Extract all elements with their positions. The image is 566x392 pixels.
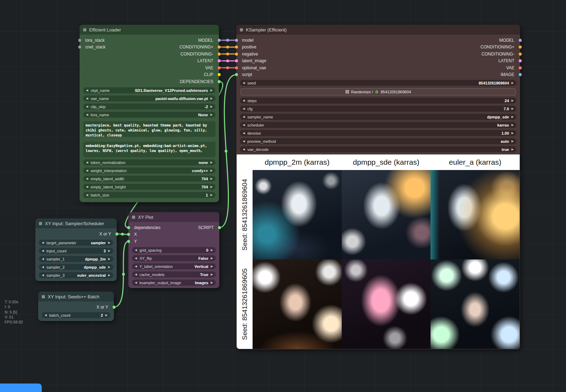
next-arrow-icon[interactable]: ▶ (108, 266, 110, 269)
widget-token-normalization[interactable]: ◀ token_normalization none ▶ (83, 159, 215, 165)
positive-prompt-textarea[interactable]: masterpiece, best quality, haunted theme… (83, 121, 215, 137)
xy-input-seeds-node[interactable]: XY Input: Seeds++ Batch X or Y ◀ batch_c… (38, 292, 114, 321)
prev-arrow-icon[interactable]: ◀ (86, 113, 88, 116)
prev-arrow-icon[interactable]: ◀ (86, 89, 88, 92)
node-titlebar[interactable]: Efficient Loader (80, 25, 219, 35)
prev-arrow-icon[interactable]: ◀ (243, 116, 245, 118)
port-latent-output[interactable]: LATENT (121, 58, 219, 65)
prev-arrow-icon[interactable]: ◀ (42, 250, 44, 252)
widget-batch-count[interactable]: ◀ batch_count 2 ▶ (42, 312, 110, 318)
port-dot[interactable] (218, 80, 221, 83)
next-arrow-icon[interactable]: ▶ (105, 314, 108, 317)
prev-arrow-icon[interactable]: ◀ (135, 281, 137, 284)
next-arrow-icon[interactable]: ▶ (211, 281, 213, 284)
port-dot[interactable] (235, 59, 238, 63)
next-arrow-icon[interactable]: ▶ (211, 273, 213, 276)
widget-steps[interactable]: ◀ steps 24 ▶ (240, 98, 516, 104)
port-dot[interactable] (519, 52, 522, 55)
node-titlebar[interactable]: XY Input: Sampler/Scheduler (35, 218, 117, 228)
ksampler-node[interactable]: KSampler (Efficient) model positive nega… (236, 25, 520, 349)
next-arrow-icon[interactable]: ▶ (210, 186, 213, 188)
prev-arrow-icon[interactable]: ◀ (135, 249, 137, 252)
port-dot[interactable] (218, 52, 221, 55)
widget-ksampler-output-image[interactable]: ◀ ksampler_output_image Images ▶ (132, 280, 216, 286)
port-model-output[interactable]: MODEL (322, 37, 520, 44)
widget-sampler-2[interactable]: ◀ sampler_2 dpmpp_sde ▶ (39, 264, 113, 270)
widget-input-count[interactable]: ◀ input_count 3 ▶ (39, 248, 113, 254)
port-dot[interactable] (235, 39, 238, 42)
widget-seed[interactable]: ◀ seed 85413261869604 ▶ (240, 80, 516, 86)
port-dot[interactable] (218, 226, 221, 229)
port-dot[interactable] (235, 66, 238, 69)
xy-input-sampler-node[interactable]: XY Input: Sampler/Scheduler X or Y ◀ tar… (35, 218, 117, 281)
port-dot[interactable] (112, 305, 116, 309)
widget-sampler-1[interactable]: ◀ sampler_1 dpmpp_2m ▶ (39, 256, 113, 262)
port-dot[interactable] (78, 46, 81, 49)
port-x-or-y-output[interactable]: X or Y (60, 230, 117, 238)
widget-vae-name[interactable]: ◀ vae_name pastel-waifu-diffusion.vae.pt… (83, 95, 215, 101)
prev-arrow-icon[interactable]: ◀ (86, 177, 88, 180)
widget-xy-flip[interactable]: ◀ XY_flip False ▶ (132, 255, 216, 261)
prev-arrow-icon[interactable]: ◀ (243, 132, 245, 135)
node-titlebar[interactable]: KSampler (Efficient) (236, 25, 520, 35)
port-dot[interactable] (115, 232, 119, 235)
widget-lora-name[interactable]: ◀ lora_name None ▶ (83, 112, 215, 118)
collapse-icon[interactable] (240, 28, 243, 31)
prev-arrow-icon[interactable]: ◀ (86, 161, 88, 164)
next-arrow-icon[interactable]: ▶ (108, 274, 110, 277)
port-vae-output[interactable]: VAE (322, 64, 520, 71)
widget-grid-spacing[interactable]: ◀ grid_spacing 0 ▶ (132, 247, 216, 253)
prev-arrow-icon[interactable]: ◀ (135, 273, 137, 276)
next-arrow-icon[interactable]: ▶ (512, 132, 514, 135)
port-latent-output[interactable]: LATENT (322, 58, 520, 65)
port-x-or-y-output[interactable]: X or Y (61, 304, 114, 311)
next-arrow-icon[interactable]: ▶ (512, 116, 514, 118)
widget-scheduler[interactable]: ◀ scheduler karras ▶ (240, 122, 516, 128)
prev-arrow-icon[interactable]: ◀ (243, 148, 245, 151)
port-dot[interactable] (218, 46, 221, 49)
widget-clip-skip[interactable]: ◀ clip_skip -2 ▶ (83, 104, 215, 110)
next-arrow-icon[interactable]: ▶ (512, 99, 514, 102)
collapse-icon[interactable] (132, 216, 135, 219)
next-arrow-icon[interactable]: ▶ (108, 241, 110, 244)
port-dot[interactable] (235, 46, 238, 49)
widget-cfg[interactable]: ◀ cfg 7.0 ▶ (240, 106, 516, 112)
port-dot[interactable] (78, 39, 81, 42)
widget-y-label-orientation[interactable]: ◀ Y_label_orientation Vertical ▶ (132, 263, 216, 269)
next-arrow-icon[interactable]: ▶ (210, 194, 213, 197)
port-dot[interactable] (218, 39, 221, 42)
widget-sampler-name[interactable]: ◀ sampler_name dpmpp_sde ▶ (240, 114, 516, 120)
port-vae-output[interactable]: VAE (121, 64, 219, 71)
prev-arrow-icon[interactable]: ◀ (86, 169, 88, 172)
port-dot[interactable] (218, 59, 221, 63)
widget-denoise[interactable]: ◀ denoise 1.00 ▶ (240, 130, 516, 136)
next-arrow-icon[interactable]: ▶ (512, 107, 514, 110)
negative-prompt-textarea[interactable]: embedding:EasyNegative.pt, embedding:bad… (83, 142, 215, 157)
widget-cache-models[interactable]: ◀ cache_models True ▶ (132, 271, 216, 277)
next-arrow-icon[interactable]: ▶ (210, 89, 213, 92)
port-dependencies-output[interactable]: DEPENDENCIES (121, 78, 219, 85)
prev-arrow-icon[interactable]: ◀ (86, 186, 88, 188)
next-arrow-icon[interactable]: ▶ (210, 113, 213, 116)
prev-arrow-icon[interactable]: ◀ (42, 241, 44, 244)
prev-arrow-icon[interactable]: ◀ (42, 266, 44, 269)
widget-ckpt-name[interactable]: ◀ ckpt_name SD1.5\aniverse_V12Pruned.saf… (83, 87, 215, 93)
port-dot[interactable] (127, 226, 130, 229)
node-graph-canvas[interactable]: Efficient Loader lora_stack cnet_stack M… (0, 0, 566, 392)
prev-arrow-icon[interactable]: ◀ (243, 82, 245, 84)
prev-arrow-icon[interactable]: ◀ (243, 107, 245, 110)
prev-arrow-icon[interactable]: ◀ (45, 314, 47, 317)
randomize-seed-button[interactable]: ⚄ Randomize / ♻ 85413261869604 (241, 88, 516, 95)
prev-arrow-icon[interactable]: ◀ (86, 194, 88, 197)
collapse-icon[interactable] (83, 28, 86, 31)
prev-arrow-icon[interactable]: ◀ (135, 257, 137, 260)
port-script-output[interactable]: SCRIPT (156, 224, 219, 231)
prev-arrow-icon[interactable]: ◀ (42, 258, 44, 261)
port-dot[interactable] (127, 240, 130, 243)
next-arrow-icon[interactable]: ▶ (210, 177, 213, 180)
port-dot[interactable] (519, 73, 522, 76)
collapse-icon[interactable] (39, 222, 42, 225)
port-dot[interactable] (235, 73, 238, 76)
collapsed-node[interactable] (0, 384, 42, 392)
widget-empty-latent-width[interactable]: ◀ empty_latent_width 704 ▶ (83, 176, 215, 182)
